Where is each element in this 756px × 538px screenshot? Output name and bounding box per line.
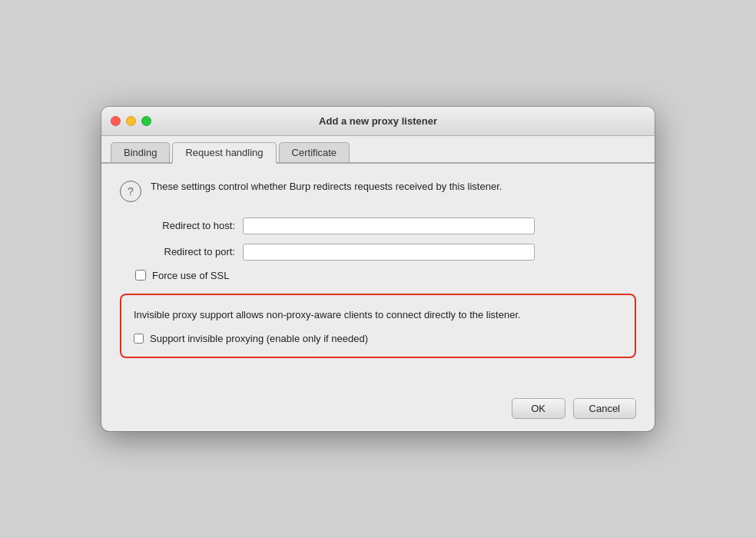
info-text: These settings control whether Burp redi… bbox=[151, 179, 502, 194]
close-button[interactable] bbox=[111, 116, 121, 126]
redirect-host-row: Redirect to host: bbox=[135, 218, 636, 234]
main-content: ? These settings control whether Burp re… bbox=[101, 164, 655, 390]
invisible-proxy-box: Invisible proxy support allows non-proxy… bbox=[120, 294, 636, 359]
help-icon: ? bbox=[120, 181, 141, 202]
tab-request-handling[interactable]: Request handling bbox=[172, 142, 276, 164]
redirect-host-label: Redirect to host: bbox=[135, 220, 235, 231]
tabs-bar: Binding Request handling Certificate bbox=[101, 136, 655, 164]
redirect-host-input[interactable] bbox=[243, 218, 535, 234]
redirect-port-row: Redirect to port: bbox=[135, 244, 636, 261]
maximize-button[interactable] bbox=[141, 116, 151, 126]
invisible-proxy-checkbox[interactable] bbox=[134, 334, 144, 344]
ok-button[interactable]: OK bbox=[512, 398, 565, 419]
tab-binding[interactable]: Binding bbox=[111, 142, 170, 162]
window-controls bbox=[111, 116, 151, 126]
force-ssl-row: Force use of SSL bbox=[135, 270, 636, 281]
tab-certificate[interactable]: Certificate bbox=[279, 142, 350, 162]
info-row: ? These settings control whether Burp re… bbox=[120, 179, 636, 202]
title-bar: Add a new proxy listener bbox=[101, 107, 655, 136]
invisible-proxy-label: Support invisible proxying (enable only … bbox=[150, 333, 368, 344]
invisible-proxy-description: Invisible proxy support allows non-proxy… bbox=[134, 307, 622, 323]
cancel-button[interactable]: Cancel bbox=[573, 398, 636, 419]
redirect-port-input[interactable] bbox=[243, 244, 535, 261]
dialog-window: Add a new proxy listener Binding Request… bbox=[101, 107, 655, 432]
redirect-port-label: Redirect to port: bbox=[135, 246, 235, 257]
invisible-proxy-checkbox-row: Support invisible proxying (enable only … bbox=[134, 333, 622, 344]
minimize-button[interactable] bbox=[126, 116, 136, 126]
footer: OK Cancel bbox=[101, 389, 655, 431]
force-ssl-label: Force use of SSL bbox=[152, 270, 229, 281]
window-title: Add a new proxy listener bbox=[319, 115, 437, 127]
force-ssl-checkbox[interactable] bbox=[135, 270, 146, 281]
